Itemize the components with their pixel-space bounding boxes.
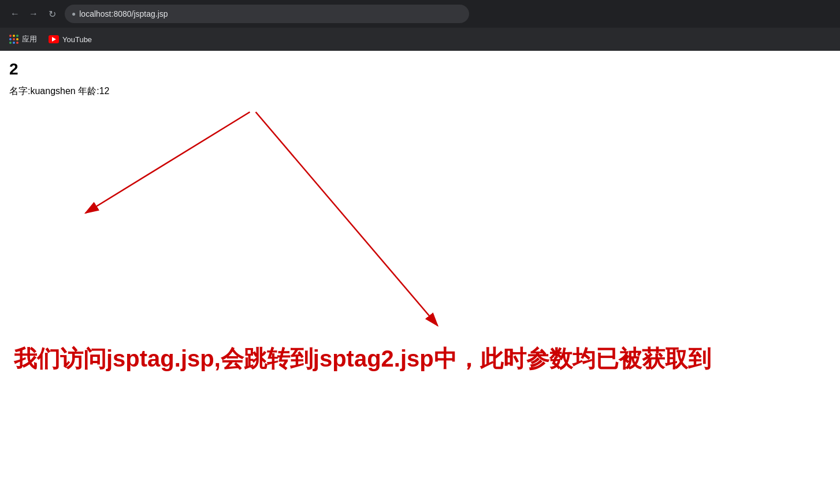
annotation-text: 我们访问jsptag.jsp,会跳转到jsptag2.jsp中，此时参数均已被获…	[9, 342, 831, 375]
nav-buttons: ← → ↻	[7, 6, 60, 22]
back-button[interactable]: ←	[7, 6, 23, 22]
annotation-area: 我们访问jsptag.jsp,会跳转到jsptag2.jsp中，此时参数均已被获…	[9, 109, 831, 375]
apps-grid-icon	[9, 35, 18, 44]
address-bar[interactable]: ● localhost:8080/jsptag.jsp	[65, 5, 469, 23]
apps-bookmark[interactable]: 应用	[5, 32, 42, 47]
svg-line-3	[256, 112, 438, 326]
apps-label: 应用	[22, 34, 37, 44]
youtube-bookmark[interactable]: YouTube	[44, 33, 96, 46]
url-text: localhost:8080/jsptag.jsp	[79, 9, 168, 18]
svg-line-2	[86, 112, 250, 213]
youtube-icon	[49, 35, 59, 43]
lock-icon: ●	[72, 10, 76, 18]
bookmarks-bar: 应用 YouTube	[0, 28, 840, 51]
arrows-svg	[9, 109, 831, 375]
reload-button[interactable]: ↻	[44, 6, 60, 22]
data-line: 名字:kuangshen 年龄:12	[9, 85, 831, 98]
forward-button[interactable]: →	[25, 6, 42, 22]
youtube-label: YouTube	[62, 35, 92, 44]
page-number: 2	[9, 60, 831, 79]
page-content: 2 名字:kuangshen 年龄:12 我们访问jsptag.jsp,会跳转到…	[0, 51, 840, 384]
browser-chrome: ← → ↻ ● localhost:8080/jsptag.jsp	[0, 0, 840, 28]
